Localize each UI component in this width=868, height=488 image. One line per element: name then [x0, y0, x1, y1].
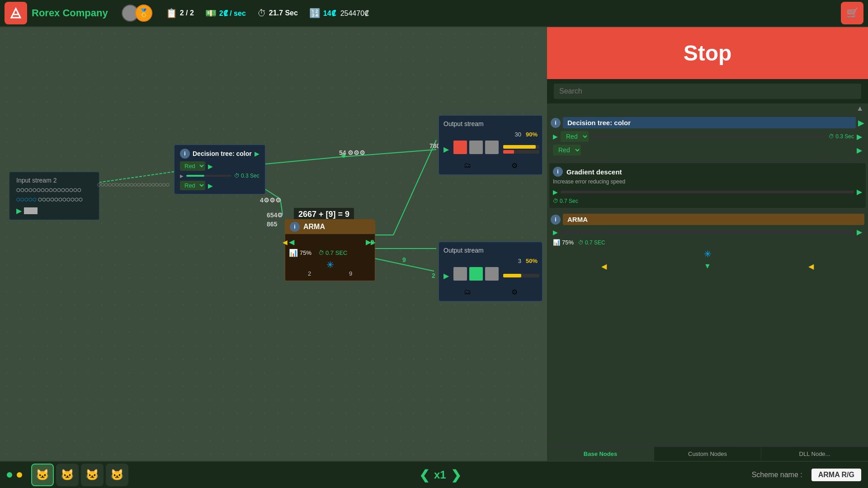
color-sq-gray3: [453, 267, 467, 281]
gd-info-btn[interactable]: i: [553, 167, 563, 177]
dt-card-info-btn[interactable]: i: [551, 118, 561, 128]
arma-card: i ARMA ▶ ▶ 📊 75% ⏱ 0.7 SEC: [549, 212, 866, 272]
arma-card-info-btn[interactable]: i: [551, 215, 561, 225]
speed-right-arrow[interactable]: ❯: [451, 468, 461, 483]
gear-icon-2[interactable]: ⚙: [511, 288, 518, 296]
stream-play[interactable]: ▶: [16, 206, 92, 215]
output-bottom-icons[interactable]: 🗂 ⚙: [443, 288, 538, 296]
dt-dropdown-2[interactable]: Red: [180, 181, 205, 190]
arma-info-button[interactable]: i: [290, 222, 300, 232]
arma-speed-val: 0.7 SEC: [326, 249, 347, 256]
bars-icon: 📊: [289, 249, 298, 257]
color-sq-green: [469, 267, 483, 281]
dt-card-bar1: [591, 135, 826, 138]
cat-icon-1[interactable]: 🐱: [31, 464, 54, 486]
gd-bar-row: ▶ ▶: [553, 188, 862, 196]
gd-speed: ⏱ 0.7 Sec: [553, 198, 862, 204]
tab-dll-nodes[interactable]: DLL Node...: [761, 447, 868, 461]
label-4: 4⚙⚙⚙: [260, 197, 281, 204]
dt-progress-fill: [186, 175, 204, 177]
scroll-up[interactable]: ▲: [547, 103, 868, 113]
dt-card-dropdown1[interactable]: Red: [561, 131, 589, 142]
dt-card-arrow2[interactable]: ▶: [857, 146, 862, 155]
dt-row1-play[interactable]: ▶: [208, 163, 213, 170]
stop-button[interactable]: Stop: [547, 27, 868, 79]
cat-icon-2[interactable]: 🐱: [56, 464, 79, 486]
arma-card-arrows[interactable]: ◀ ▼ ◀: [549, 261, 866, 272]
output-top-label: Output stream: [443, 120, 538, 127]
gd-title-text: Gradient descent: [566, 168, 862, 176]
label-865: 865: [267, 221, 277, 228]
label-654: 654⚙: [267, 211, 283, 219]
gd-play-btn[interactable]: ▶: [553, 188, 558, 196]
cat-icon-4[interactable]: 🐱: [106, 464, 128, 486]
dt-info-button[interactable]: i: [180, 149, 190, 159]
output-bottom-play[interactable]: ▶: [443, 272, 449, 280]
dt-play-button[interactable]: ▶: [255, 150, 259, 157]
arma-left-arrow[interactable]: ◀: [289, 238, 294, 246]
currency-section: 🔢 14₡ 254470₡: [309, 8, 369, 19]
output-play-btn[interactable]: ▶: [443, 145, 449, 154]
bar-fill-2: [503, 150, 514, 154]
color-squares-bottom: [453, 267, 499, 281]
color-sq-gray1: [469, 141, 483, 154]
arma-right-tri-card[interactable]: ◀: [808, 262, 814, 271]
dt-dropdown-1[interactable]: Red: [180, 161, 205, 171]
logo-button[interactable]: [5, 2, 27, 24]
calc-icon: 🔢: [309, 8, 321, 19]
tab-base-nodes[interactable]: Base Nodes: [547, 447, 654, 461]
dt-card-play2[interactable]: ▶: [553, 133, 558, 140]
gd-right-arrow[interactable]: ▶: [857, 188, 862, 196]
output-top-icons[interactable]: 🗂 ⚙: [443, 161, 538, 170]
dt-speed: ⏱ 0.3 Sec: [234, 173, 259, 179]
bar-track-2: [503, 150, 539, 154]
output-bottom-stats: 3 50%: [443, 258, 538, 264]
speed-icon-dt: ⏱: [829, 133, 834, 140]
output-9b: 9: [402, 256, 406, 263]
bar-track-1: [503, 145, 539, 149]
input-stream-label: Input stream 2: [16, 177, 92, 184]
missions-icon: 📋: [166, 8, 177, 19]
dt-card-play-btn[interactable]: ▶: [858, 118, 864, 128]
svg-line-3: [255, 157, 337, 165]
decision-tree-card: i Decision tree: color ▶ ▶ Red ⏱ 0.3 Sec…: [549, 116, 866, 157]
canvas-area[interactable]: Input stream 2 ⬡⬡⬡⬡⬡⬡⬡⬡⬡⬡⬡⬡⬡⬡⬡⬡ ⬡⬡⬡⬡⬡ ⬡⬡…: [0, 27, 547, 461]
missions-value: 2 / 2: [180, 9, 194, 17]
output-top-body: ▶: [443, 141, 538, 158]
gear-icon[interactable]: ⚙: [511, 161, 518, 170]
canvas-decision-tree-node[interactable]: i Decision tree: color ▶ Red ▶ ▶ ⏱ 0.3 S…: [174, 145, 265, 194]
right-scroll-area[interactable]: i Decision tree: color ▶ ▶ Red ⏱ 0.3 Sec…: [547, 113, 868, 446]
search-input[interactable]: [554, 84, 861, 99]
arma-left-tri-card[interactable]: ◀: [601, 262, 607, 271]
arma-bars-icon-2: 📊: [553, 239, 560, 246]
cart-button[interactable]: 🛒: [841, 2, 863, 24]
dot-chain: ⬡⬡⬡⬡⬡⬡⬡⬡⬡⬡⬡⬡⬡⬡⬡⬡: [16, 188, 92, 192]
arma-card-play[interactable]: ▶: [553, 229, 558, 236]
dt-header: i Decision tree: color ▶: [180, 149, 259, 159]
dot-chain-2: ⬡⬡⬡⬡⬡ ⬡⬡⬡⬡⬡⬡⬡⬡⬡⬡⬡: [16, 197, 92, 202]
arma-card-header-row: i ARMA: [549, 212, 866, 226]
arma-card-title: ARMA: [563, 214, 864, 225]
canvas-arma-node[interactable]: i ARMA ◀ ▶ 📊 75% ⏱ 0.7 SEC ✳: [285, 219, 375, 281]
cat-icon-3[interactable]: 🐱: [81, 464, 104, 486]
output-bottom-label: Output stream: [443, 247, 538, 254]
gd-card-header: i Gradient descent: [553, 167, 862, 177]
dt-row2-play[interactable]: ▶: [208, 182, 213, 189]
layers-icon-2[interactable]: 🗂: [464, 288, 471, 296]
dt-card-speed-val: 0.3 Sec: [835, 133, 854, 140]
income-value: 2₡ / sec: [219, 9, 246, 18]
arma-header: i ARMA: [285, 220, 375, 234]
currency-small: 14₡: [323, 9, 336, 18]
svg-line-8: [393, 140, 436, 235]
speed-left-arrow[interactable]: ❮: [419, 468, 429, 483]
tab-dll-label: DLL Node...: [799, 450, 830, 457]
arma-card-arrow[interactable]: ▶: [857, 228, 862, 236]
speed-control: ❮ x1 ❯: [419, 468, 461, 483]
layers-icon[interactable]: 🗂: [464, 161, 471, 170]
tab-custom-nodes[interactable]: Custom Nodes: [654, 447, 761, 461]
output-bottom-body: ▶: [443, 267, 538, 284]
dt-card-arrow[interactable]: ▶: [857, 132, 862, 141]
gd-progress-bar: [561, 191, 854, 193]
dt-card-dropdown2[interactable]: Red: [553, 145, 581, 155]
output-bottom-bars: [503, 274, 539, 277]
